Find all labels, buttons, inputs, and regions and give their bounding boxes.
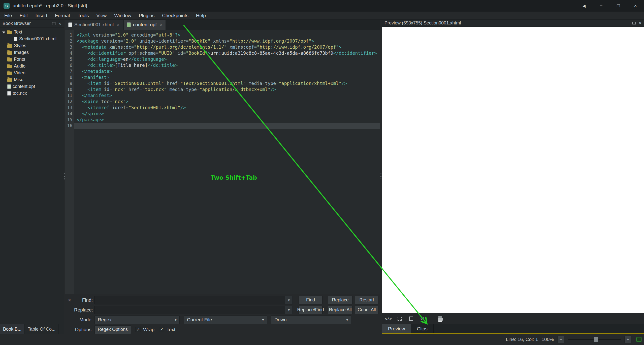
expand-arrow-icon[interactable]	[2, 30, 6, 34]
print-icon[interactable]	[436, 315, 444, 323]
tree-item-content-opf[interactable]: content.opf	[0, 83, 64, 90]
tab-preview[interactable]: Preview	[382, 324, 411, 333]
tree-item-audio[interactable]: Audio	[0, 63, 64, 70]
file-icon	[7, 91, 11, 96]
code-line[interactable]: <item id="Section0001.xhtml" href="Text/…	[74, 80, 380, 86]
line-number: 4	[65, 50, 72, 56]
maximize-button[interactable]: □	[610, 0, 627, 12]
inspect-icon[interactable]	[396, 315, 403, 323]
replace-input[interactable]: ▾	[94, 306, 293, 314]
replace-button[interactable]: Replace	[328, 296, 352, 304]
code-line[interactable]: <package version="2.0" unique-identifier…	[74, 38, 380, 44]
tree-item-misc[interactable]: Misc	[0, 76, 64, 83]
tree-item-images[interactable]: Images	[0, 49, 64, 56]
tree-item-styles[interactable]: Styles	[0, 42, 64, 49]
code-view-icon[interactable]: </>	[384, 315, 392, 323]
find-input[interactable]: ▾	[94, 296, 293, 304]
code-line[interactable]: <?xml version="1.0" encoding="utf-8"?>	[74, 32, 380, 38]
menu-plugins[interactable]: Plugins	[135, 12, 158, 20]
folder-icon	[7, 58, 12, 61]
zoom-slider[interactable]	[568, 336, 621, 343]
regex-options-button[interactable]: Regex Options	[94, 325, 131, 334]
menu-view[interactable]: View	[92, 12, 110, 20]
close-panel-icon[interactable]: ×	[58, 21, 61, 26]
replace-all-button[interactable]: Replace All	[328, 306, 352, 314]
code-line[interactable]: </spine>	[74, 111, 380, 117]
line-number: 12	[65, 99, 72, 105]
tab-close-icon[interactable]: ×	[117, 22, 119, 27]
find-row: × Find: ▾ Find Replace Restart	[65, 295, 380, 305]
folder-icon	[7, 44, 12, 48]
menu-edit[interactable]: Edit	[16, 12, 32, 20]
zoom-slider-handle[interactable]	[594, 337, 598, 342]
code-lines[interactable]: <?xml version="1.0" encoding="utf-8"?><p…	[74, 30, 380, 294]
tree-item-label: Images	[14, 50, 29, 55]
scope-dropdown[interactable]: Current File ▾	[184, 316, 267, 324]
tree-item-toc-ncx[interactable]: toc.ncx	[0, 90, 64, 97]
main-area: Book Browser × TextSection0001.xhtmlStyl…	[0, 20, 644, 334]
text-checkbox-label: Text	[167, 327, 175, 332]
replace-find-button[interactable]: Replace/Find	[299, 306, 323, 314]
code-line[interactable]: </manifest>	[74, 92, 380, 99]
menu-window[interactable]: Window	[110, 12, 135, 20]
float-panel-icon[interactable]	[632, 22, 636, 24]
code-line[interactable]: <item id="ncx" href="toc.ncx" media-type…	[74, 86, 380, 92]
tree-item-fonts[interactable]: Fonts	[0, 56, 64, 63]
code-line[interactable]: <manifest>	[74, 74, 380, 80]
editor-tab-bar: Section0001.xhtml×content.opf×	[65, 20, 380, 30]
rotate-icon[interactable]: ↻	[418, 315, 426, 323]
text-checkbox[interactable]: ✓ Text	[159, 327, 175, 332]
tree-item-video[interactable]: Video	[0, 70, 64, 76]
code-line[interactable]: <spine toc="ncx">	[74, 99, 380, 105]
code-line[interactable]: <metadata xmlns:dc="http://purl.org/dc/e…	[74, 44, 380, 50]
tree-item-text[interactable]: Text	[0, 29, 64, 36]
minimize-button[interactable]: −	[593, 0, 610, 12]
find-button[interactable]: Find	[299, 296, 323, 304]
tab-section0001-xhtml[interactable]: Section0001.xhtml×	[65, 20, 123, 30]
float-panel-icon[interactable]	[52, 22, 55, 25]
code-line[interactable]: </package>	[74, 117, 380, 123]
code-line[interactable]: <itemref idref="Section0001.xhtml"/>	[74, 105, 380, 111]
copy-icon[interactable]	[407, 315, 415, 323]
tab-content-opf[interactable]: content.opf×	[124, 20, 166, 30]
menu-checkpoints[interactable]: Checkpoints	[158, 12, 192, 20]
find-dropdown-icon[interactable]: ▾	[285, 296, 293, 304]
code-line[interactable]: </metadata>	[74, 68, 380, 74]
line-number: 9	[65, 80, 72, 86]
menu-help[interactable]: Help	[192, 12, 210, 20]
tab-close-icon[interactable]: ×	[160, 22, 163, 27]
dock-tab-book-b[interactable]: Book B...	[0, 324, 25, 334]
direction-dropdown[interactable]: Down ▾	[271, 316, 351, 324]
preview-content[interactable]	[382, 27, 644, 313]
preview-splitter[interactable]	[380, 20, 382, 334]
options-row: Options: Regex Options ✓ Wrap ✓ Text	[65, 325, 380, 334]
find-panel-close-icon[interactable]: ×	[65, 297, 74, 303]
zoom-out-button[interactable]: −	[557, 336, 564, 343]
code-line[interactable]	[74, 123, 380, 129]
preview-tab-bar: PreviewClips	[382, 324, 644, 334]
tree-item-section0001-xhtml[interactable]: Section0001.xhtml	[0, 36, 64, 42]
mode-dropdown[interactable]: Regex ▾	[94, 316, 180, 324]
menu-format[interactable]: Format	[51, 12, 74, 20]
code-line[interactable]: <dc:language>en</dc:language>	[74, 56, 380, 62]
code-line[interactable]: <dc:title>[Title here]</dc:title>	[74, 62, 380, 68]
wrap-checkbox[interactable]: ✓ Wrap	[136, 327, 154, 332]
back-arrow-icon[interactable]: ◀	[575, 0, 593, 12]
sidebar-splitter[interactable]	[64, 20, 65, 334]
restart-button[interactable]: Restart	[355, 296, 378, 304]
code-line[interactable]: <dc:identifier opf:scheme="UUID" id="Boo…	[74, 50, 380, 56]
menu-insert[interactable]: Insert	[31, 12, 51, 20]
dock-tab-table-of-co[interactable]: Table Of Co...	[25, 324, 59, 334]
menu-tools[interactable]: Tools	[74, 12, 92, 20]
replace-dropdown-icon[interactable]: ▾	[285, 306, 293, 314]
count-all-button[interactable]: Count All	[355, 306, 378, 314]
preview-title: Preview (693x755) Section0001.xhtml	[384, 20, 632, 26]
code-editor[interactable]: 12345678910111213141516 <?xml version="1…	[65, 30, 380, 294]
zoom-in-button[interactable]: +	[624, 336, 631, 343]
close-window-button[interactable]: ×	[627, 0, 644, 12]
tab-clips[interactable]: Clips	[411, 324, 434, 333]
folder-icon	[7, 51, 12, 55]
close-panel-icon[interactable]: ×	[639, 20, 641, 26]
menu-file[interactable]: File	[1, 12, 16, 20]
folder-icon	[7, 65, 12, 68]
